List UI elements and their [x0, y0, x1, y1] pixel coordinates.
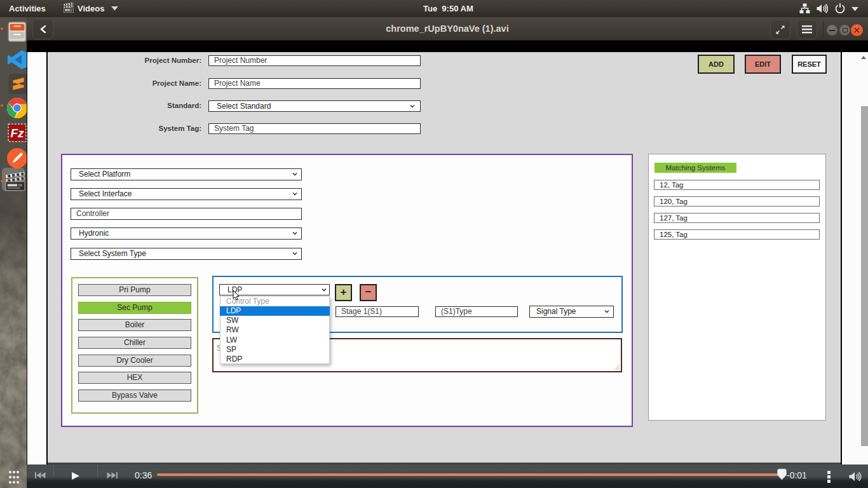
svg-text:Fz: Fz	[11, 126, 25, 140]
